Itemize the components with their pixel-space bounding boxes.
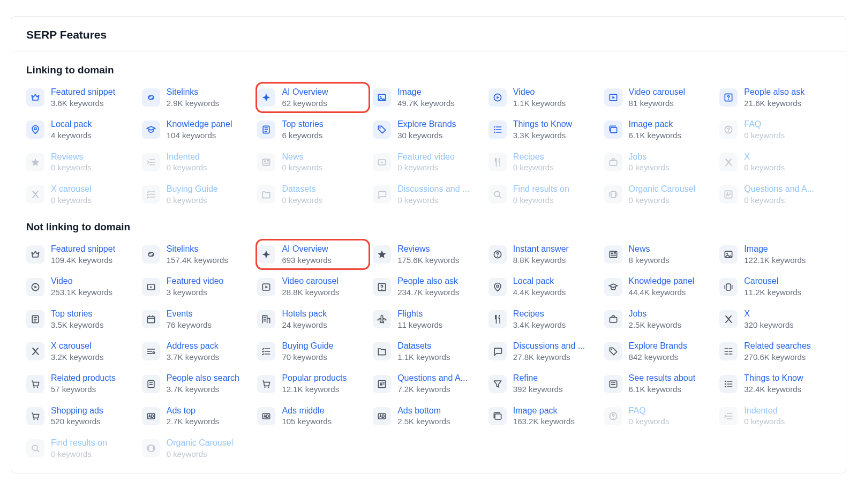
feature-instant-answer[interactable]: Instant answer8.8K keywords (488, 240, 600, 268)
feature-ads-bottom[interactable]: Ads bottom2.5K keywords (373, 402, 484, 430)
feature-things-to-know[interactable]: Things to Know32.4K keywords (719, 370, 831, 397)
feature-see-results-about[interactable]: See results about6.1K keywords (604, 370, 716, 397)
feature-popular-products[interactable]: Popular products12.1K keywords (257, 370, 369, 397)
feature-ads-top[interactable]: Ads top2.7K keywords (142, 402, 253, 430)
feature-local-pack[interactable]: Local pack4.4K keywords (488, 273, 600, 300)
feature-reviews[interactable]: Reviews175.6K keywords (373, 240, 484, 268)
feature-buying-guide[interactable]: Buying Guide0 keywords (142, 180, 253, 208)
star-icon (373, 245, 391, 264)
feature-sitelinks[interactable]: Sitelinks157.4K keywords (142, 240, 253, 268)
feature-x-carousel[interactable]: X carousel0 keywords (26, 180, 138, 208)
feature-reviews[interactable]: Reviews0 keywords (26, 148, 138, 176)
feature-knowledge-panel[interactable]: Knowledge panel44.4K keywords (604, 273, 716, 300)
feature-ai-overview[interactable]: AI Overview693 keywords (257, 240, 369, 268)
feature-carousel[interactable]: Carousel11.2K keywords (719, 273, 831, 300)
feature-people-also-search[interactable]: People also search3.7K keywords (142, 370, 253, 397)
feature-x-carousel[interactable]: X carousel3.2K keywords (26, 337, 138, 365)
feature-address-pack[interactable]: Address pack3.7K keywords (142, 337, 253, 365)
carousel-icon (142, 439, 160, 457)
feature-ai-overview[interactable]: AI Overview62 keywords (257, 84, 369, 111)
feature-title: Video (51, 276, 112, 287)
feature-explore-brands[interactable]: Explore Brands842 keywords (604, 337, 716, 365)
feature-faq[interactable]: FAQ0 keywords (604, 402, 716, 430)
feature-find-results-on[interactable]: Find results on0 keywords (26, 434, 138, 462)
video-box-icon (373, 153, 391, 171)
feature-sub: 0 keywords (282, 195, 322, 206)
feature-knowledge-panel[interactable]: Knowledge panel104 keywords (142, 116, 253, 144)
feature-organic-carousel[interactable]: Organic Carousel0 keywords (142, 434, 253, 462)
search-circle-icon (488, 185, 507, 204)
feature-video-carousel[interactable]: Video carousel81 keywords (604, 84, 716, 111)
feature-title: Recipes (513, 309, 566, 320)
feature-questions-answers[interactable]: Questions and A...7.2K keywords (373, 370, 484, 397)
feature-title: Ads top (167, 405, 219, 417)
feature-flights[interactable]: Flights11 keywords (373, 305, 484, 333)
feature-sitelinks[interactable]: Sitelinks2.9K keywords (142, 84, 253, 111)
qa-icon (719, 185, 738, 204)
feature-indented[interactable]: Indented0 keywords (719, 402, 831, 430)
serp-features-card: SERP Features Linking to domain Featured… (11, 16, 846, 473)
feature-ads-middle[interactable]: Ads middle105 keywords (257, 402, 369, 430)
feature-questions-answers[interactable]: Questions and A...0 keywords (719, 180, 831, 208)
feature-title: Explore Brands (629, 341, 687, 352)
feature-x[interactable]: X0 keywords (719, 148, 831, 176)
feature-title: FAQ (744, 119, 785, 130)
feature-discussions[interactable]: Discussions and ...27.8K keywords (488, 337, 600, 365)
feature-datasets[interactable]: Datasets0 keywords (257, 180, 369, 208)
feature-shopping-ads[interactable]: Shopping ads520 keywords (26, 402, 138, 430)
feature-sub: 3.6K keywords (51, 98, 115, 109)
play-circle-icon (26, 278, 44, 296)
feature-top-stories[interactable]: Top stories6 keywords (257, 116, 369, 144)
feature-image-pack[interactable]: Image pack163.2K keywords (488, 402, 600, 430)
feature-news[interactable]: News0 keywords (257, 148, 369, 176)
feature-people-also-ask[interactable]: People also ask21.6K keywords (719, 84, 831, 111)
feature-title: Top stories (51, 309, 103, 320)
feature-jobs[interactable]: Jobs0 keywords (604, 148, 716, 176)
feature-events[interactable]: Events76 keywords (142, 305, 253, 333)
feature-title: Questions and A... (744, 184, 814, 195)
feature-people-also-ask[interactable]: People also ask234.7K keywords (373, 273, 484, 300)
feature-x[interactable]: X320 keywords (719, 305, 831, 333)
feature-title: Shopping ads (51, 405, 103, 417)
feature-sub: 0 keywords (51, 449, 107, 460)
feature-discussions[interactable]: Discussions and ...0 keywords (373, 180, 484, 208)
feature-sub: 0 keywords (397, 162, 455, 173)
feature-indented[interactable]: Indented0 keywords (142, 148, 253, 176)
feature-recipes[interactable]: Recipes3.4K keywords (488, 305, 600, 333)
feature-image[interactable]: Image49.7K keywords (373, 84, 484, 111)
feature-video[interactable]: Video1.1K keywords (488, 84, 600, 111)
x-logo-icon (719, 153, 738, 171)
feature-related-searches[interactable]: Related searches270.6K keywords (719, 337, 831, 365)
question-box-icon (719, 88, 738, 107)
feature-featured-snippet[interactable]: Featured snippet109.4K keywords (26, 240, 138, 268)
feature-title: Related searches (744, 341, 811, 352)
feature-things-to-know[interactable]: Things to Know3.3K keywords (488, 116, 600, 144)
feature-featured-snippet[interactable]: Featured snippet3.6K keywords (26, 84, 138, 111)
feature-sub: 0 keywords (744, 416, 785, 427)
feature-sub: 0 keywords (744, 162, 785, 173)
feature-related-products[interactable]: Related products57 keywords (26, 370, 138, 397)
feature-hotels-pack[interactable]: Hotels pack24 keywords (257, 305, 369, 333)
feature-featured-video[interactable]: Featured video3 keywords (142, 273, 253, 300)
feature-news[interactable]: News8 keywords (604, 240, 716, 268)
feature-find-results-on[interactable]: Find results on0 keywords (488, 180, 600, 208)
feature-buying-guide[interactable]: Buying Guide70 keywords (257, 337, 369, 365)
feature-organic-carousel[interactable]: Organic Carousel0 keywords (604, 180, 716, 208)
feature-recipes[interactable]: Recipes0 keywords (488, 148, 600, 176)
feature-local-pack[interactable]: Local pack4 keywords (26, 116, 138, 144)
feature-jobs[interactable]: Jobs2.5K keywords (604, 305, 716, 333)
feature-explore-brands[interactable]: Explore Brands30 keywords (373, 116, 484, 144)
feature-image-pack[interactable]: Image pack6.1K keywords (604, 116, 716, 144)
feature-datasets[interactable]: Datasets1.1K keywords (373, 337, 484, 365)
related-icon (719, 342, 738, 360)
feature-sub: 6 keywords (282, 130, 323, 141)
feature-sub: 0 keywords (629, 195, 696, 206)
feature-video[interactable]: Video253.1K keywords (26, 273, 138, 300)
feature-top-stories[interactable]: Top stories3.5K keywords (26, 305, 138, 333)
feature-title: Find results on (513, 184, 569, 195)
feature-faq[interactable]: FAQ0 keywords (719, 116, 831, 144)
feature-image[interactable]: Image122.1K keywords (719, 240, 831, 268)
feature-refine[interactable]: Refine392 keywords (488, 370, 600, 397)
feature-video-carousel[interactable]: Video carousel28.8K keywords (257, 273, 369, 300)
feature-featured-video[interactable]: Featured video0 keywords (373, 148, 484, 176)
